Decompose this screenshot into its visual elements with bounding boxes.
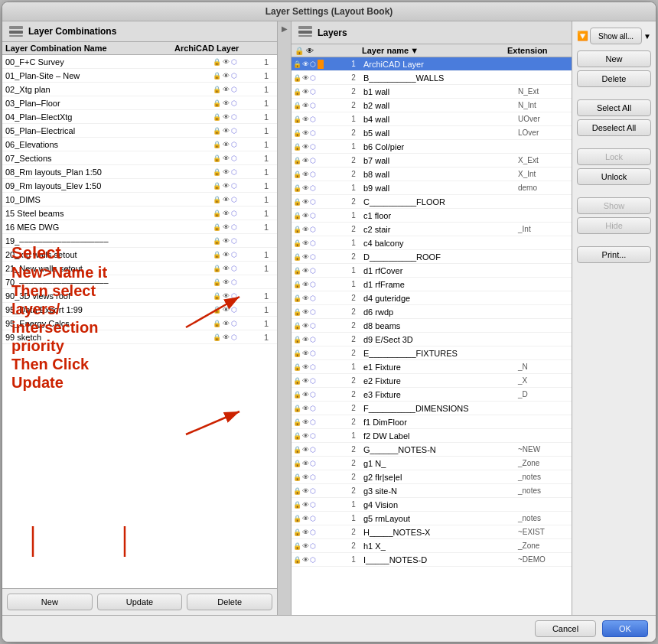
left-list-item[interactable]: 00_F+C Survey 🔒 👁 ⬡ 1 (2, 55, 277, 69)
deselect-all-button[interactable]: Deselect All (577, 119, 651, 136)
left-list-item[interactable]: 99 sketch 🔒 👁 ⬡ 1 (2, 330, 277, 344)
left-list-item[interactable]: 15 Steel beams 🔒 👁 ⬡ 1 (2, 207, 277, 220)
unlock-button[interactable]: Unlock (577, 168, 651, 185)
left-update-button[interactable]: Update (97, 594, 183, 610)
layer-row[interactable]: 🔒 👁 ⬡ 2g3 site-N_notes (292, 484, 572, 498)
row-number: 1 (259, 57, 274, 67)
ok-button[interactable]: OK (602, 620, 648, 637)
left-list-item[interactable]: 21_New walls setout 🔒 👁 ⬡ 1 (2, 262, 277, 275)
left-list-item[interactable]: 95_Data Export 1:99 🔒 👁 ⬡ 1 (2, 303, 277, 317)
layer-row[interactable]: 🔒 👁 ⬡ 1ArchiCAD Layer (292, 57, 572, 71)
layer-icon: ⬡ (231, 306, 237, 314)
layer-row[interactable]: 🔒 👁 ⬡ 1b9 walldemo (292, 181, 572, 195)
left-list-item[interactable]: 01_Plan-Site – New 🔒 👁 ⬡ 1 (2, 69, 277, 83)
layer-row[interactable]: 🔒 👁 ⬡ 2f1 DimFloor (292, 415, 572, 429)
layer-row[interactable]: 🔒 👁 ⬡ 2e3 Fixture_D (292, 388, 572, 402)
left-list-item[interactable]: 03_Plan–Floor 🔒 👁 ⬡ 1 (2, 96, 277, 110)
left-list-item[interactable]: 04_Plan–ElectXtg 🔒 👁 ⬡ 1 (2, 110, 277, 124)
left-list-item[interactable]: 09_Rm layouts_Elev 1:50 🔒 👁 ⬡ 1 (2, 179, 277, 193)
svg-rect-0 (9, 26, 23, 29)
combination-name: 90_3D views roof (5, 291, 213, 301)
layer-row[interactable]: 🔒 👁 ⬡ 2B__________WALLS (292, 71, 572, 85)
layer-row[interactable]: 🔒 👁 ⬡ 1d1 rfFrame (292, 278, 572, 291)
layer-icons: 🔒 👁 ⬡ (292, 184, 345, 192)
layer-row[interactable]: 🔒 👁 ⬡ 1I_____NOTES-D~DEMO (292, 553, 572, 567)
layer-row[interactable]: 🔒 👁 ⬡ 1d1 rfCover (292, 264, 572, 278)
lock-icon: 🔒 (213, 127, 221, 135)
layer-row[interactable]: 🔒 👁 ⬡ 2b5 wallLOver (292, 126, 572, 140)
left-list-item[interactable]: 16 MEG DWG 🔒 👁 ⬡ 1 (2, 220, 277, 234)
left-list-item[interactable]: 02_Xtg plan 🔒 👁 ⬡ 1 (2, 83, 277, 96)
layers-list[interactable]: 🔒 👁 ⬡ 1ArchiCAD Layer 🔒 👁 ⬡ 2B__________… (292, 57, 572, 615)
left-list-item[interactable]: 90_3D views roof 🔒 👁 ⬡ 1 (2, 289, 277, 303)
layer-eye-icon: 👁 (302, 487, 309, 495)
left-combination-list[interactable]: 00_F+C Survey 🔒 👁 ⬡ 101_Plan-Site – New … (2, 55, 277, 588)
layer-number: 1 (345, 280, 362, 288)
layer-row[interactable]: 🔒 👁 ⬡ 1f2 DW Label (292, 429, 572, 443)
layer-row[interactable]: 🔒 👁 ⬡ 2d9 E/Sect 3D (292, 333, 572, 346)
layer-row[interactable]: 🔒 👁 ⬡ 1g5 rmLayout_notes (292, 512, 572, 525)
layer-row[interactable]: 🔒 👁 ⬡ 2C__________FLOOR (292, 195, 572, 209)
layer-icon: ⬡ (231, 333, 237, 341)
lock-icon: 🔒 (213, 58, 221, 66)
select-all-button[interactable]: Select All (577, 99, 651, 116)
row-icons: 🔒 👁 ⬡ (213, 72, 259, 80)
layer-row[interactable]: 🔒 👁 ⬡ 2D__________ROOF (292, 250, 572, 264)
left-list-item[interactable]: 20_xtg walls setout 🔒 👁 ⬡ 1 (2, 248, 277, 262)
print-button[interactable]: Print... (577, 246, 651, 263)
layers-delete-button[interactable]: Delete (577, 70, 651, 87)
left-list-item[interactable]: 95_Energy Calcs 🔒 👁 ⬡ 1 (2, 317, 277, 330)
left-new-button[interactable]: New (7, 594, 93, 610)
layers-icon (298, 25, 313, 40)
cancel-button[interactable]: Cancel (535, 620, 596, 637)
layer-row[interactable]: 🔒 👁 ⬡ 1c1 floor (292, 209, 572, 223)
layer-row[interactable]: 🔒 👁 ⬡ 2c2 stair_Int (292, 223, 572, 236)
left-list-item[interactable]: 06_Elevations 🔒 👁 ⬡ 1 (2, 138, 277, 151)
layer-row[interactable]: 🔒 👁 ⬡ 2b2 wallN_Int (292, 99, 572, 112)
layer-row[interactable]: 🔒 👁 ⬡ 2b8 wallX_Int (292, 168, 572, 181)
layer-row[interactable]: 🔒 👁 ⬡ 2b1 wallN_Ext (292, 85, 572, 99)
layer-icon: ⬡ (231, 113, 237, 121)
show-all-row: 🔽 Show all... ▼ (577, 28, 651, 44)
left-list-item[interactable]: 70_––––––––––––––––––– 🔒 👁 ⬡ (2, 275, 277, 289)
layer-type-icon: ⬡ (310, 294, 316, 302)
left-list-item[interactable]: 08_Rm layouts_Plan 1:50 🔒 👁 ⬡ 1 (2, 165, 277, 179)
lock-button[interactable]: Lock (577, 148, 651, 165)
left-list-item[interactable]: 10_DIMS 🔒 👁 ⬡ 1 (2, 193, 277, 207)
panel-divider[interactable]: ▶ (278, 21, 292, 615)
layer-icon: ⬡ (231, 278, 237, 286)
left-list-item[interactable]: 07_Sections 🔒 👁 ⬡ 1 (2, 151, 277, 165)
layer-row[interactable]: 🔒 👁 ⬡ 2H_____NOTES-X~EXIST (292, 525, 572, 539)
combination-name: 10_DIMS (5, 195, 213, 204)
hide-button[interactable]: Hide (577, 217, 651, 234)
dropdown-arrow-icon[interactable]: ▼ (643, 32, 651, 41)
layer-row[interactable]: 🔒 👁 ⬡ 1g4 Vision (292, 498, 572, 512)
layers-new-button[interactable]: New (577, 50, 651, 67)
layer-row[interactable]: 🔒 👁 ⬡ 2d6 rwdp (292, 305, 572, 319)
layer-row[interactable]: 🔒 👁 ⬡ 2G______NOTES-N~NEW (292, 443, 572, 457)
layer-row[interactable]: 🔒 👁 ⬡ 2e2 Fixture_X (292, 374, 572, 388)
layer-row[interactable]: 🔒 👁 ⬡ 2d4 guteridge (292, 291, 572, 305)
layer-name: e3 Fixture (362, 390, 518, 399)
layer-row[interactable]: 🔒 👁 ⬡ 2b7 wallX_Ext (292, 154, 572, 168)
separator4 (577, 237, 651, 243)
layer-row[interactable]: 🔒 👁 ⬡ 2g1 N__Zone (292, 457, 572, 470)
layer-row[interactable]: 🔒 👁 ⬡ 2h1 X__Zone (292, 539, 572, 553)
layer-row[interactable]: 🔒 👁 ⬡ 1b6 Col/pier (292, 140, 572, 154)
layer-icon: ⬡ (231, 320, 237, 327)
sort-icon[interactable]: ▼ (410, 46, 419, 55)
layer-row[interactable]: 🔒 👁 ⬡ 1c4 balcony (292, 236, 572, 250)
layer-row[interactable]: 🔒 👁 ⬡ 1e1 Fixture_N (292, 360, 572, 374)
layer-row[interactable]: 🔒 👁 ⬡ 1b4 wallUOver (292, 112, 572, 126)
layer-row[interactable]: 🔒 👁 ⬡ 2E__________FIXTURES (292, 346, 572, 360)
layer-row[interactable]: 🔒 👁 ⬡ 2g2 flr|se|el_notes (292, 470, 572, 484)
left-list-item[interactable]: 19_––––––––––––––––––– 🔒 👁 ⬡ (2, 234, 277, 248)
layer-row[interactable]: 🔒 👁 ⬡ 2F__________DIMENSIONS (292, 402, 572, 415)
show-all-button[interactable]: Show all... (590, 28, 642, 44)
left-list-item[interactable]: 05_Plan–Electrical 🔒 👁 ⬡ 1 (2, 124, 277, 138)
show-button[interactable]: Show (577, 197, 651, 214)
left-delete-button[interactable]: Delete (187, 594, 272, 610)
layer-row[interactable]: 🔒 👁 ⬡ 2d8 beams (292, 319, 572, 333)
right-sidebar: 🔽 Show all... ▼ New Delete Select All De… (572, 21, 656, 615)
layer-lock-icon: 🔒 (293, 377, 301, 385)
